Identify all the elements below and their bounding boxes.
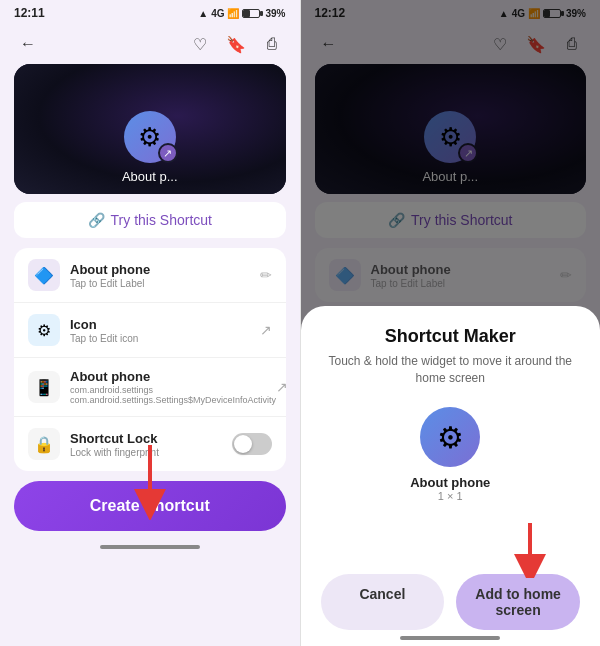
try-shortcut-icon: 🔗	[88, 212, 105, 228]
right-red-arrow	[500, 518, 560, 578]
settings-item-icon-row[interactable]: ⚙ Icon Tap to Edit icon ↗	[14, 303, 286, 358]
left-app-icon-wrap: ⚙ ↗	[124, 111, 176, 163]
settings-item-lock[interactable]: 🔒 Shortcut Lock Lock with fingerprint	[14, 417, 286, 471]
activity-subtitle: com.android.settingscom.android.settings…	[70, 385, 276, 405]
label-title: About phone	[70, 262, 260, 277]
right-phone-panel: 12:12 ▲ 4G 📶 39% ← ♡ 🔖 ⎙ ⚙ ↗ About p... …	[301, 0, 601, 646]
settings-item-label[interactable]: 🔷 About phone Tap to Edit Label ✏	[14, 248, 286, 303]
signal-icon: ▲	[198, 8, 208, 19]
left-time: 12:11	[14, 6, 45, 20]
battery-text: 39%	[265, 8, 285, 19]
create-shortcut-button[interactable]: Create Shortcut	[14, 481, 286, 531]
add-label: Add to home screen	[475, 586, 561, 618]
modal-app-icon-section: ⚙ About phone 1 × 1	[321, 407, 581, 502]
create-shortcut-label: Create Shortcut	[90, 497, 210, 514]
left-try-shortcut-button[interactable]: 🔗 Try this Shortcut	[14, 202, 286, 238]
label-edit-icon[interactable]: ✏	[260, 267, 272, 283]
activity-text: About phone com.android.settingscom.andr…	[70, 369, 276, 405]
try-shortcut-label: Try this Shortcut	[111, 212, 212, 228]
activity-action[interactable]: ↗	[276, 379, 285, 395]
lock-subtitle: Lock with fingerprint	[70, 447, 232, 458]
left-phone-panel: 12:11 ▲ 4G 📶 39% ← ♡ 🔖 ⎙ ⚙ ↗ About p... …	[0, 0, 300, 646]
left-top-nav: ← ♡ 🔖 ⎙	[0, 24, 300, 64]
icon-row-icon: ⚙	[28, 314, 60, 346]
battery-icon	[242, 9, 260, 18]
settings-item-activity[interactable]: 📱 About phone com.android.settingscom.an…	[14, 358, 286, 417]
modal-cancel-button[interactable]: Cancel	[321, 574, 445, 630]
right-home-bar	[400, 636, 500, 640]
left-bookmark-button[interactable]: 🔖	[222, 30, 250, 58]
left-heart-button[interactable]: ♡	[186, 30, 214, 58]
activity-title: About phone	[70, 369, 276, 384]
shortcut-maker-modal: Shortcut Maker Touch & hold the widget t…	[301, 306, 601, 646]
modal-arrow-container	[321, 518, 581, 558]
left-share-button[interactable]: ⎙	[258, 30, 286, 58]
modal-app-icon-emoji: ⚙	[437, 420, 464, 455]
left-status-bar: 12:11 ▲ 4G 📶 39%	[0, 0, 300, 24]
lock-icon: 🔒	[28, 428, 60, 460]
lock-text: Shortcut Lock Lock with fingerprint	[70, 431, 232, 458]
icon-row-title: Icon	[70, 317, 260, 332]
left-home-indicator	[0, 539, 300, 555]
icon-row-text: Icon Tap to Edit icon	[70, 317, 260, 344]
left-status-icons: ▲ 4G 📶 39%	[198, 8, 285, 19]
activity-icon: 📱	[28, 371, 60, 403]
left-home-bar	[100, 545, 200, 549]
left-app-preview: ⚙ ↗ About p...	[14, 64, 286, 194]
modal-subtitle: Touch & hold the widget to move it aroun…	[321, 353, 581, 387]
left-back-button[interactable]: ←	[14, 30, 42, 58]
signal-text: 4G	[211, 8, 224, 19]
label-subtitle: Tap to Edit Label	[70, 278, 260, 289]
left-settings-list: 🔷 About phone Tap to Edit Label ✏ ⚙ Icon…	[14, 248, 286, 471]
left-app-icon-emoji: ⚙	[138, 122, 161, 153]
wifi-icon: 📶	[227, 8, 239, 19]
right-home-indicator	[301, 630, 601, 646]
lock-title: Shortcut Lock	[70, 431, 232, 446]
lock-toggle[interactable]	[232, 433, 272, 455]
left-nav-right: ♡ 🔖 ⎙	[186, 30, 286, 58]
icon-row-action[interactable]: ↗	[260, 322, 272, 338]
modal-app-name: About phone	[410, 475, 490, 490]
left-app-name: About p...	[122, 169, 178, 184]
cancel-label: Cancel	[359, 586, 405, 602]
modal-buttons: Cancel Add to home screen	[321, 574, 581, 630]
label-text: About phone Tap to Edit Label	[70, 262, 260, 289]
label-icon: 🔷	[28, 259, 60, 291]
left-app-badge: ↗	[158, 143, 178, 163]
modal-add-button[interactable]: Add to home screen	[456, 574, 580, 630]
modal-app-size: 1 × 1	[438, 490, 463, 502]
icon-row-subtitle: Tap to Edit icon	[70, 333, 260, 344]
modal-title: Shortcut Maker	[321, 326, 581, 347]
modal-app-circle: ⚙	[420, 407, 480, 467]
